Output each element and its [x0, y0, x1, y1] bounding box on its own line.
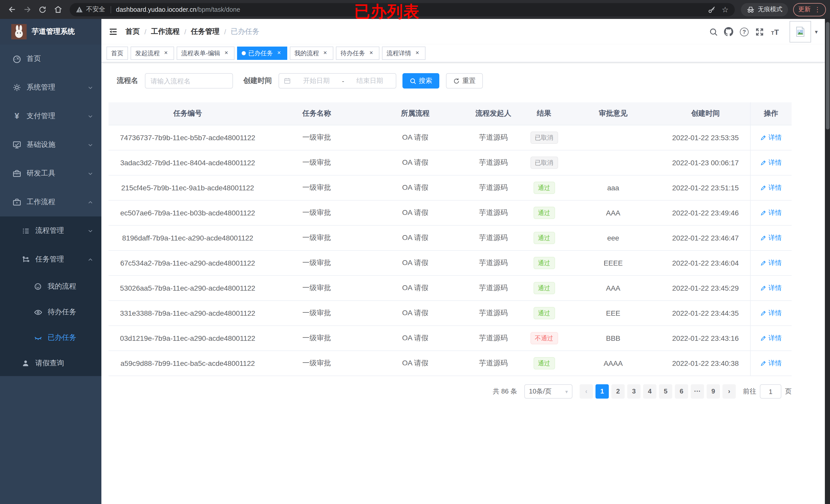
github-icon[interactable] — [721, 24, 737, 39]
avatar[interactable] — [790, 21, 811, 42]
sidebar-item-task-mgmt[interactable]: 任务管理 — [0, 245, 101, 274]
fullscreen-icon[interactable] — [752, 24, 767, 39]
scrollbar-thumb[interactable] — [826, 22, 829, 130]
start-date-placeholder: 开始日期 — [295, 76, 338, 86]
app-title: 芋道管理系统 — [32, 27, 75, 36]
tab-home[interactable]: 首页 — [106, 46, 128, 60]
tab-todo-task[interactable]: 待办任务× — [336, 46, 379, 60]
sidebar-collapse-icon[interactable] — [108, 27, 118, 36]
chevron-down-icon — [88, 113, 93, 119]
detail-link[interactable]: 详情 — [760, 258, 782, 268]
cell-starter: 芋道源码 — [464, 275, 523, 301]
sidebar-item-devtools[interactable]: 研发工具 — [0, 159, 101, 188]
detail-link[interactable]: 详情 — [760, 359, 782, 368]
cell-comment: EEEE — [565, 250, 661, 275]
page-button-2[interactable]: 2 — [611, 384, 625, 399]
navbar: 首页 / 工作流程 / 任务管理 / 已办任务 ? TT — [101, 19, 825, 44]
help-icon[interactable]: ? — [737, 24, 752, 39]
incognito-badge[interactable]: 无痕模式 — [741, 3, 788, 16]
close-icon[interactable]: × — [414, 49, 421, 57]
prev-page-button[interactable]: ‹ — [580, 384, 593, 399]
sidebar-item-leave-query[interactable]: 请假查询 — [0, 350, 101, 376]
page-button-1[interactable]: 1 — [596, 384, 609, 399]
browser-forward-icon[interactable] — [21, 3, 34, 16]
detail-link[interactable]: 详情 — [760, 133, 782, 142]
cell-created: 2022-01-22 23:51:15 — [661, 175, 750, 200]
bookmark-star-icon[interactable]: ☆ — [722, 5, 729, 14]
cell-task-name: 一级审批 — [267, 275, 366, 301]
detail-link[interactable]: 详情 — [760, 308, 782, 318]
not-secure-warning-icon[interactable] — [76, 6, 83, 13]
cell-starter: 芋道源码 — [464, 225, 523, 250]
page-scrollbar[interactable] — [825, 19, 830, 504]
sidebar-item-process-mgmt[interactable]: 流程管理 — [0, 216, 101, 245]
sidebar-item-payment[interactable]: ¥ 支付管理 — [0, 102, 101, 131]
goto-page-input[interactable] — [760, 384, 781, 399]
browser-back-icon[interactable] — [5, 3, 19, 16]
browser-home-icon[interactable] — [51, 3, 65, 16]
browser-reload-icon[interactable] — [36, 3, 49, 16]
browser-update-button[interactable]: 更新 ⋮ — [793, 3, 826, 16]
close-icon[interactable]: × — [368, 49, 375, 57]
tree-icon — [21, 255, 31, 264]
font-size-icon[interactable]: TT — [767, 24, 783, 39]
page-button-4[interactable]: 4 — [643, 384, 657, 399]
cell-comment — [565, 125, 661, 150]
col-starter: 流程发起人 — [464, 102, 523, 125]
breadcrumb-task-mgmt[interactable]: 任务管理 — [191, 27, 220, 36]
tab-start-process[interactable]: 发起流程× — [131, 46, 174, 60]
col-comment: 审批意见 — [565, 102, 661, 125]
close-icon[interactable]: × — [276, 49, 283, 57]
status-badge: 不通过 — [530, 332, 558, 344]
cell-comment: AAA — [565, 275, 661, 301]
process-name-input[interactable] — [145, 73, 233, 89]
next-page-button[interactable]: › — [723, 384, 736, 399]
sidebar-item-todo-task[interactable]: 待办任务 — [0, 299, 101, 325]
page-button-3[interactable]: 3 — [627, 384, 641, 399]
close-icon[interactable]: × — [223, 49, 230, 57]
status-badge: 通过 — [533, 182, 555, 194]
page-button-9[interactable]: 9 — [707, 384, 720, 399]
sidebar: 芋道管理系统 首页 系统管理 ¥ 支付管理 基础设施 — [0, 19, 101, 504]
sidebar-item-workflow[interactable]: 工作流程 — [0, 188, 101, 216]
done-task-table: 任务编号 任务名称 所属流程 流程发起人 结果 审批意见 创建时间 操作 747… — [108, 102, 792, 376]
annotation-text: 已办列表 — [354, 1, 420, 23]
close-icon[interactable]: × — [162, 49, 169, 57]
search-button[interactable]: 搜索 — [403, 73, 439, 89]
sidebar-item-my-process[interactable]: 我的流程 — [0, 274, 101, 299]
tab-form-edit[interactable]: 流程表单-编辑× — [177, 46, 234, 60]
detail-link[interactable]: 详情 — [760, 233, 782, 242]
page-button-6[interactable]: 6 — [675, 384, 688, 399]
cell-task-name: 一级审批 — [267, 225, 366, 250]
breadcrumb-home[interactable]: 首页 — [125, 27, 140, 36]
close-icon[interactable]: × — [322, 49, 329, 57]
detail-link[interactable]: 详情 — [760, 283, 782, 293]
sidebar-item-home[interactable]: 首页 — [0, 44, 101, 73]
cell-actions: 详情 — [750, 275, 792, 301]
detail-link[interactable]: 详情 — [760, 158, 782, 167]
detail-link[interactable]: 详情 — [760, 183, 782, 192]
detail-link[interactable]: 详情 — [760, 334, 782, 343]
reset-button[interactable]: 重置 — [446, 73, 483, 89]
saved-password-key-icon[interactable] — [707, 5, 715, 13]
tab-process-detail[interactable]: 流程详情× — [382, 46, 425, 60]
tab-done-task[interactable]: 已办任务× — [237, 46, 287, 60]
tab-my-process[interactable]: 我的流程× — [290, 46, 333, 60]
sidebar-item-done-task[interactable]: 已办任务 — [0, 325, 101, 350]
date-range-picker[interactable]: 开始日期 - 结束日期 — [279, 73, 396, 89]
page-size-select[interactable]: 10条/页 ▾ — [524, 384, 572, 399]
breadcrumb-workflow[interactable]: 工作流程 — [151, 27, 180, 36]
user-icon — [21, 359, 31, 367]
cell-process: OA 请假 — [366, 250, 464, 275]
search-icon[interactable] — [706, 24, 721, 39]
browser-menu-dots-icon[interactable]: ⋮ — [814, 6, 821, 13]
avatar-caret-icon[interactable]: ▾ — [815, 28, 818, 35]
page-button-5[interactable]: 5 — [659, 384, 672, 399]
pages-ellipsis[interactable]: ··· — [691, 384, 704, 399]
sidebar-item-infrastructure[interactable]: 基础设施 — [0, 131, 101, 159]
detail-link[interactable]: 详情 — [760, 208, 782, 217]
status-badge: 通过 — [533, 357, 555, 369]
app-logo-row[interactable]: 芋道管理系统 — [0, 19, 101, 44]
sidebar-item-system[interactable]: 系统管理 — [0, 73, 101, 102]
cell-starter: 芋道源码 — [464, 175, 523, 200]
